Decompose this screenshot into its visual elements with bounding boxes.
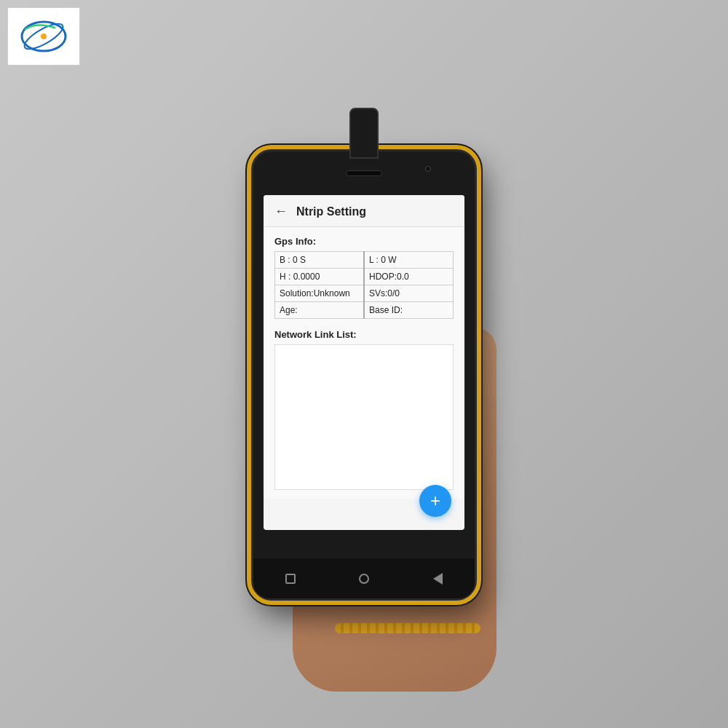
- bracelet: [335, 623, 480, 633]
- gps-info-table: B : 0 S L : 0 W H : 0.0000 HDOP:0.0 Solu…: [274, 251, 454, 319]
- solution-field: Solution:Unknown: [275, 285, 365, 302]
- table-row: Solution:Unknown SVs:0/0: [275, 285, 454, 302]
- network-link-label: Network Link List:: [274, 329, 454, 340]
- home-icon: [359, 574, 369, 584]
- mobile-device: ← Ntrip Setting Gps Info: B : 0 S L : 0 …: [251, 149, 477, 601]
- svg-point-2: [41, 33, 47, 39]
- back-nav-button[interactable]: [430, 571, 446, 587]
- gps-section-label: Gps Info:: [274, 236, 454, 247]
- device-screen: ← Ntrip Setting Gps Info: B : 0 S L : 0 …: [264, 195, 464, 530]
- device-bottom-nav: [253, 558, 475, 598]
- speaker-slot: [346, 170, 382, 176]
- b-field: B : 0 S: [275, 252, 365, 269]
- table-row: B : 0 S L : 0 W: [275, 252, 454, 269]
- add-button[interactable]: +: [419, 485, 451, 517]
- svs-field: SVs:0/0: [364, 285, 454, 302]
- back-button[interactable]: ←: [274, 204, 288, 219]
- baseid-field: Base ID:: [364, 302, 454, 319]
- hdop-field: HDOP:0.0: [364, 269, 454, 285]
- recent-apps-button[interactable]: [282, 571, 298, 587]
- l-field: L : 0 W: [364, 252, 454, 269]
- app-title: Ntrip Setting: [296, 205, 366, 218]
- recent-apps-icon: [285, 574, 296, 584]
- home-button[interactable]: [356, 571, 372, 587]
- front-camera: [425, 166, 431, 172]
- age-field: Age:: [275, 302, 365, 319]
- network-link-list: [274, 344, 454, 490]
- table-row: Age: Base ID:: [275, 302, 454, 319]
- h-field: H : 0.0000: [275, 269, 365, 285]
- company-logo: [7, 7, 80, 66]
- back-icon: [433, 573, 443, 585]
- scene: ← Ntrip Setting Gps Info: B : 0 S L : 0 …: [0, 0, 728, 728]
- device-top: [253, 151, 475, 195]
- table-row: H : 0.0000 HDOP:0.0: [275, 269, 454, 285]
- app-header: ← Ntrip Setting: [264, 195, 464, 227]
- app-body: Gps Info: B : 0 S L : 0 W H : 0.0000 HDO…: [264, 227, 464, 499]
